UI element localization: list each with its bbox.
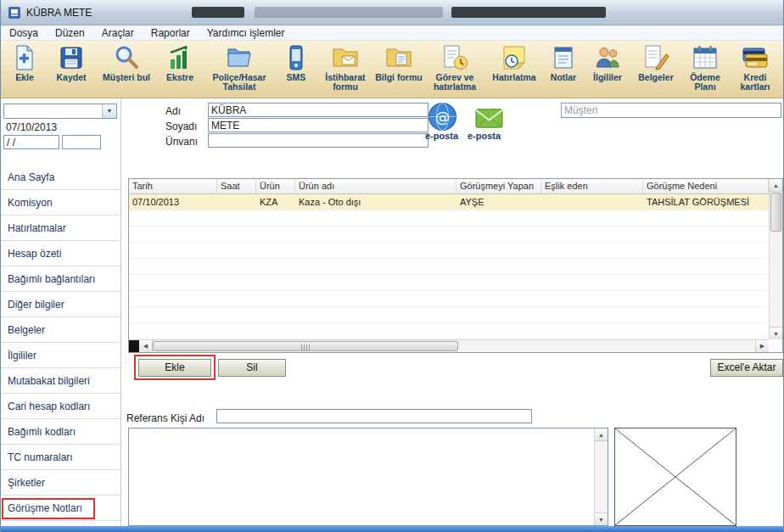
menu-item-yardimci-islemler[interactable]: Yardımcı işlemler: [199, 25, 294, 41]
scrollbar-thumb[interactable]: [153, 341, 458, 351]
menu-item-raporlar[interactable]: Raporlar: [143, 25, 199, 41]
column-header[interactable]: Saat: [217, 179, 256, 193]
email-envelope-icon[interactable]: [474, 104, 504, 132]
soyadi-field[interactable]: [208, 118, 428, 132]
toolbar-button-sms[interactable]: SMS: [277, 43, 316, 96]
table-row[interactable]: [129, 275, 769, 291]
meetings-table: TarihSaatÜrünÜrün adıGörüşmeyi YapanEşli…: [128, 178, 783, 353]
sidebar-combo[interactable]: ▼: [3, 104, 117, 119]
sidebar-item-komisyon[interactable]: Komisyon: [1, 190, 120, 216]
table-cell: [217, 291, 256, 306]
table-cell: [295, 227, 456, 242]
sidebar-item-sirketler[interactable]: Şirketler: [1, 470, 120, 496]
toolbar-button-ekstre[interactable]: Ekstre: [158, 43, 202, 96]
sidebar-item-diger-bilgiler[interactable]: Diğer bilgiler: [1, 292, 120, 317]
scroll-left-icon[interactable]: ◀: [139, 340, 153, 352]
table-vertical-scrollbar[interactable]: ▲ ▼: [769, 179, 782, 339]
table-row[interactable]: [129, 243, 769, 259]
unvani-field[interactable]: [208, 133, 428, 148]
toolbar-button-kaydet[interactable]: Kaydet: [48, 43, 95, 96]
toolbar-button-notlar[interactable]: Notlar: [543, 43, 584, 96]
column-header[interactable]: Tarih: [129, 179, 217, 193]
soyadi-label: Soyadı: [165, 120, 197, 132]
toolbar-button-gorev-ve-hatirlatma[interactable]: Görev ve hatırlatma: [424, 43, 485, 96]
table-cell: [256, 227, 295, 242]
referans-label: Referans Kişi Adı: [126, 412, 204, 424]
menu-item-duzen[interactable]: Düzen: [47, 25, 93, 41]
referans-input[interactable]: [216, 409, 532, 423]
sidebar-item-bagimli-kodlari[interactable]: Bağımlı kodları: [1, 419, 120, 445]
menu-item-araclar[interactable]: Araçlar: [93, 25, 143, 41]
ekle-button[interactable]: Ekle: [138, 359, 211, 377]
scroll-up-icon[interactable]: ▲: [595, 428, 608, 441]
toolbar-button-label: Müşteri bul: [103, 73, 150, 82]
photo-placeholder: [614, 428, 736, 526]
sidebar-item-hatirlatmalar[interactable]: Hatırlatmalar: [1, 216, 120, 241]
sidebar-item-hesap-ozeti[interactable]: Hesap özeti: [1, 241, 120, 266]
toolbar-button-label: Görev ve hatırlatma: [424, 73, 485, 92]
table-cell: AYŞE: [456, 194, 541, 210]
toolbar-button-police-hasar-tahsilat[interactable]: Poliçe/Hasar Tahsilat: [204, 43, 275, 96]
table-cell: [541, 307, 643, 322]
table-cell: [541, 243, 643, 258]
column-header[interactable]: Eşlik eden: [541, 179, 643, 193]
table-row[interactable]: 07/10/2013KZAKaza - Oto dışıAYŞETAHSİLAT…: [129, 194, 769, 210]
toolbar-button-label: Ekstre: [166, 73, 193, 82]
notes-textarea[interactable]: ▲ ▼: [128, 428, 608, 526]
scroll-up-icon[interactable]: ▲: [770, 179, 782, 192]
titlebar: KÜBRA METE: [1, 0, 783, 25]
column-header[interactable]: Görüşme Nedeni: [643, 179, 769, 193]
column-header[interactable]: Ürün adı: [295, 179, 456, 193]
sidebar-item-belgeler[interactable]: Belgeler: [1, 317, 120, 343]
toolbar-button-kredi-kartlari[interactable]: Kredi kartları: [730, 43, 781, 96]
toolbar-button-hatirlatma[interactable]: Hatırlatma: [487, 43, 541, 96]
notes-scrollbar[interactable]: ▲ ▼: [594, 428, 608, 525]
table-cell: [295, 307, 456, 322]
small-input[interactable]: [62, 135, 101, 149]
column-header[interactable]: Ürün: [256, 179, 295, 193]
sidebar-item-bagimli-baglantilari[interactable]: Bağımlı bağlantıları: [1, 266, 120, 292]
toolbar-button-bilgi-formu[interactable]: Bilgi formu: [375, 43, 423, 96]
table-cell: [256, 259, 295, 274]
column-header[interactable]: Görüşmeyi Yapan: [456, 179, 541, 193]
chevron-down-icon[interactable]: ▼: [102, 104, 116, 118]
table-row[interactable]: [129, 210, 769, 227]
sidebar-item-tc-numaralari[interactable]: TC numaraları: [1, 445, 120, 470]
sidebar-item-gorusme-notlari[interactable]: Görüşme Notları: [1, 496, 120, 521]
toolbar-button-musteri-bul[interactable]: Müşteri bul: [97, 43, 156, 96]
sidebar-item-cari-hesap-kodlari[interactable]: Cari hesap kodları: [1, 394, 120, 419]
musteri-field[interactable]: [561, 103, 781, 118]
scroll-down-icon[interactable]: ▼: [595, 512, 608, 525]
table-row[interactable]: [129, 323, 769, 339]
table-cell: [129, 210, 217, 226]
table-cell: [217, 194, 256, 210]
menu-item-dosya[interactable]: Dosya: [1, 25, 47, 41]
table-cell: [541, 323, 643, 339]
email-globe-icon[interactable]: @: [427, 101, 458, 132]
note-clock-icon: [501, 44, 528, 71]
excel-export-button[interactable]: Excel'e Aktar: [710, 359, 783, 377]
table-row[interactable]: [129, 291, 769, 307]
table-row[interactable]: [129, 307, 769, 323]
toolbar-button-belgeler[interactable]: Belgeler: [631, 43, 680, 96]
adi-field[interactable]: [208, 103, 428, 117]
table-row[interactable]: [129, 259, 769, 275]
table-cell: [129, 291, 217, 306]
sidebar-item-ana-sayfa[interactable]: Ana Sayfa: [1, 165, 120, 190]
date-input[interactable]: [3, 135, 59, 149]
scroll-down-icon[interactable]: ▼: [770, 327, 782, 339]
scrollbar-thumb[interactable]: [770, 193, 781, 232]
sidebar-item-ilgililer[interactable]: İlgililer: [1, 343, 120, 368]
scroll-right-icon[interactable]: ▶: [755, 340, 769, 352]
toolbar-button-odeme-plani[interactable]: Ödeme Planı: [682, 43, 728, 96]
email-label: e-posta: [468, 131, 501, 141]
toolbar-button-istihbarat-formu[interactable]: İstihbarat formu: [317, 43, 373, 96]
sidebar-item-mutabakat-bilgileri[interactable]: Mutabakat bilgileri: [1, 368, 120, 394]
table-horizontal-scrollbar[interactable]: ◀ ▶: [129, 339, 769, 352]
table-cell: [541, 259, 643, 274]
toolbar-button-ilgililer[interactable]: İlgililer: [585, 43, 630, 96]
toolbar-button-ekle[interactable]: Ekle: [3, 43, 46, 96]
sil-button[interactable]: Sil: [218, 359, 286, 377]
table-row[interactable]: [129, 227, 769, 243]
date-label: 07/10/2013: [6, 121, 57, 133]
